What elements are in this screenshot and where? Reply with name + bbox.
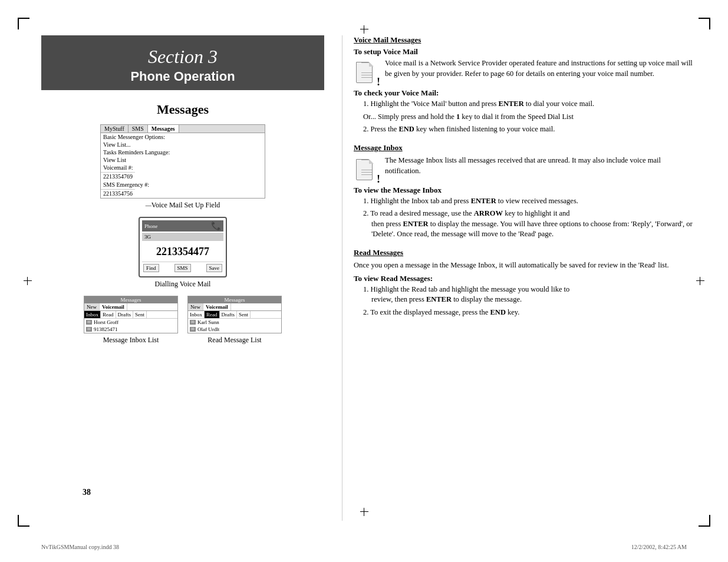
vm-menu-basic: Basic Messenger Options:: [101, 133, 265, 141]
inbox-tab-voicemail: Voicemail: [100, 303, 127, 310]
vm-menu-viewlist1: View List...: [101, 141, 265, 148]
read-subtab-inbox: Inbox: [188, 311, 205, 318]
phone-top-bar: Phone 📞: [142, 220, 223, 232]
voicemail-note-text: Voice mail is a Network Service Provider…: [354, 58, 696, 79]
check-item-1: 1. Highlight the 'Voice Mail' button and…: [363, 99, 696, 110]
note-exclamation: !: [377, 76, 380, 88]
dialling-label: Dialling Voice Mail: [41, 280, 324, 289]
read-subtab-read: Read: [205, 311, 220, 318]
inbox-label: Message Inbox List: [84, 336, 178, 345]
inbox-item-1-text: Horst Groff: [94, 319, 118, 325]
read-item-1: ✉ Karl Sunn: [188, 319, 281, 326]
read-item-2: ✉ Olaf Urdlt: [188, 326, 281, 333]
view-inbox-item-2: 2. To read a desired message, use the AR…: [363, 209, 696, 240]
read-messages-note: Once you open a message in the Message I…: [354, 260, 696, 270]
read-tab-new: New: [188, 303, 203, 310]
read-subtab-sent: Sent: [237, 311, 251, 318]
voicemail-section: Voice Mail Messages To setup Voice Mail …: [354, 35, 696, 135]
section-number: Section 3: [53, 46, 312, 68]
read-item-2-icon: ✉: [190, 327, 196, 332]
inbox-title: Messages: [84, 296, 177, 303]
read-item-1-text: Karl Sunn: [197, 319, 219, 325]
read-tab-voicemail: Voicemail: [203, 303, 231, 310]
inbox-item-2: ✉ 913825471: [84, 326, 177, 333]
message-inbox-section: Message Inbox ! The Message Inbox lists …: [354, 143, 696, 240]
phone-call-icon: 📞: [211, 221, 221, 231]
voicemail-heading: Voice Mail Messages: [354, 35, 696, 45]
vm-entry-number2: 2213354756: [101, 189, 135, 197]
voicemail-settings-label: —Voice Mail Set Up Field: [41, 201, 324, 210]
corner-mark-tr: [699, 18, 710, 29]
column-divider: [342, 35, 342, 521]
screenshot-labels: Message Inbox List Read Message List: [41, 336, 324, 345]
phone-btn-sms: SMS: [174, 264, 191, 272]
corner-mark-br: [699, 515, 710, 527]
inbox-item-1: ✉ Horst Groff: [84, 319, 177, 326]
view-read-item-2: 2. To exit the displayed message, press …: [363, 308, 696, 318]
footer-right: 12/2/2002, 8:42:25 AM: [631, 544, 687, 550]
phone-signal-bar: 3G: [142, 233, 223, 241]
note-exclamation-2: !: [377, 173, 380, 186]
view-read-item-1: 1. Highlight the Read tab and highlight …: [363, 285, 696, 305]
corner-mark-bl: [18, 515, 29, 527]
phone-label: Phone: [144, 223, 158, 229]
view-inbox-heading: To view the Message Inbox: [354, 186, 696, 195]
inbox-tab-new: New: [84, 303, 100, 310]
phone-btn-find: Find: [143, 264, 159, 272]
inbox-subtab-drafts: Drafts: [116, 311, 134, 318]
phone-buttons: Find SMS Save: [142, 262, 223, 274]
inbox-item-2-icon: ✉: [86, 327, 92, 332]
right-column: Voice Mail Messages To setup Voice Mail …: [354, 35, 696, 521]
read-item-2-text: Olaf Urdlt: [197, 326, 219, 332]
page-wrapper: Section 3 Phone Operation Messages MyStu…: [0, 0, 728, 562]
section-title: Phone Operation: [53, 69, 312, 84]
crosshair-right: [695, 276, 706, 286]
voicemail-settings-screenshot: MyStuff SMS Messages Basic Messenger Opt…: [100, 124, 265, 199]
inbox-note-text: The Message Inbox lists all messages rec…: [354, 155, 696, 176]
read-subtabs: Inbox Read Drafts Sent: [188, 311, 281, 319]
view-inbox-item-1: 1. Highlight the Inbox tab and press ENT…: [363, 196, 696, 207]
note-icon-inbox: !: [354, 156, 380, 186]
vm-menu-sms-emerg: SMS Emergency #:: [101, 181, 265, 189]
check-item-3: 2. Press the END key when finished liste…: [363, 124, 696, 135]
inbox-item-2-text: 913825471: [94, 326, 118, 332]
phone-screen: Phone 📞 3G 2213354477 Find SMS Save: [139, 217, 227, 277]
check-item-2: Or... Simply press and hold the 1 key to…: [363, 112, 696, 123]
vm-menu-tasks: Tasks Reminders Language:: [101, 148, 265, 156]
corner-mark-tl: [18, 18, 29, 29]
vm-tab-mystuff: MyStuff: [101, 125, 129, 133]
phone-dialling-wrapper: Phone 📞 3G 2213354477 Find SMS Save: [124, 217, 242, 277]
read-item-1-icon: ✉: [190, 320, 196, 325]
inbox-subtab-inbox: Inbox: [84, 311, 101, 318]
read-messages-heading: Read Messages: [354, 248, 696, 257]
vm-tab-messages: Messages: [148, 125, 179, 133]
inbox-subtab-sent: Sent: [133, 311, 147, 318]
read-title: Messages: [188, 296, 281, 303]
read-messages-section: Read Messages Once you open a message in…: [354, 248, 696, 318]
crosshair-left: [22, 276, 33, 286]
read-label: Read Message List: [187, 336, 282, 345]
inbox-subtabs: Inbox Read Drafts Sent: [84, 311, 177, 319]
section-header: Section 3 Phone Operation: [41, 35, 324, 90]
read-tabs: New Voicemail: [188, 303, 281, 311]
read-subtab-drafts: Drafts: [220, 311, 238, 318]
two-screenshots: Messages New Voicemail Inbox Read Drafts…: [41, 296, 324, 333]
vm-tab-sms: SMS: [129, 125, 148, 133]
inbox-tabs: New Voicemail: [84, 303, 177, 311]
inbox-item-1-icon: ✉: [86, 320, 92, 325]
inbox-screenshot: Messages New Voicemail Inbox Read Drafts…: [84, 296, 178, 333]
view-read-heading: To view Read Messages:: [354, 274, 696, 283]
vm-tabs: MyStuff SMS Messages: [101, 125, 265, 133]
left-column: Section 3 Phone Operation Messages MyStu…: [41, 35, 324, 521]
page-number: 38: [83, 488, 91, 497]
messages-heading: Messages: [41, 102, 324, 117]
inbox-subtab-read: Read: [101, 311, 116, 318]
inbox-note-block: ! The Message Inbox lists all messages r…: [354, 155, 696, 186]
inbox-section-heading: Message Inbox: [354, 143, 696, 153]
vm-menu-viewlist2: View List: [101, 156, 265, 164]
vm-entry-number1: 2213354769: [101, 172, 135, 180]
footer-left: NvTikGSMManual copy.indd 38: [41, 544, 119, 550]
vm-menu-voicemail-label: Voicemail #:: [101, 164, 265, 171]
crosshair-top: [358, 24, 370, 35]
note-icon-voicemail: !: [354, 59, 380, 88]
